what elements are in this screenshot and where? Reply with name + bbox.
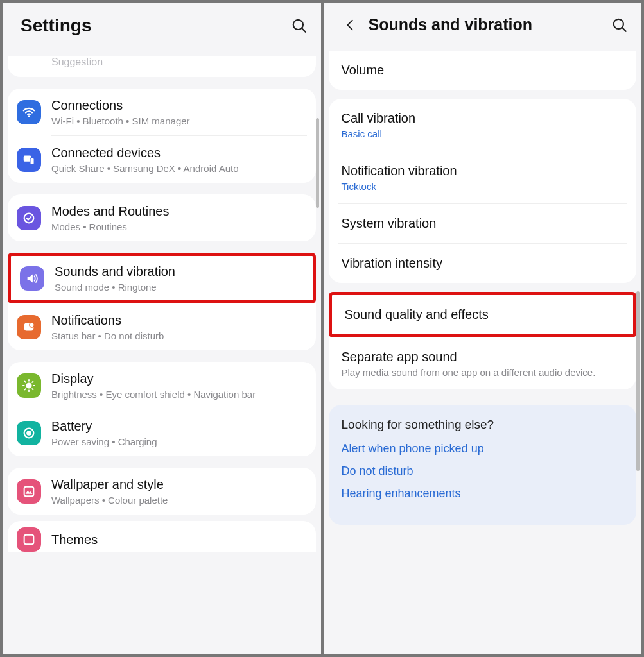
svg-line-22	[622, 27, 626, 31]
modes-icon	[17, 206, 41, 230]
item-volume[interactable]: Volume	[329, 51, 637, 90]
item-title: Battery	[51, 418, 307, 434]
suggestion-label: Suggestion	[51, 56, 316, 68]
svg-point-7	[30, 322, 34, 327]
settings-group-wallpaper: Wallpaper and style Wallpapers • Colour …	[8, 468, 316, 515]
svg-point-2	[28, 115, 30, 117]
sounds-header: Sounds and vibration	[324, 3, 642, 55]
item-title: Volume	[342, 62, 624, 78]
svg-point-18	[27, 431, 31, 435]
settings-group-sounds: Modes and Routines Modes • Routines	[8, 194, 316, 241]
item-title: Separate app sound	[342, 349, 624, 365]
info-link-dnd[interactable]: Do not disturb	[342, 465, 624, 478]
devices-icon	[17, 148, 41, 172]
search-icon[interactable]	[611, 16, 629, 34]
svg-line-15	[25, 389, 26, 389]
item-title: Sound quality and effects	[345, 307, 621, 323]
settings-item-wallpaper[interactable]: Wallpaper and style Wallpapers • Colour …	[8, 468, 316, 515]
settings-item-display[interactable]: Display Brightness • Eye comfort shield …	[8, 362, 316, 409]
item-title: Connections	[51, 98, 307, 114]
svg-line-14	[32, 389, 33, 389]
svg-rect-19	[24, 486, 34, 496]
settings-item-themes[interactable]: Themes	[8, 521, 316, 552]
settings-item-connected-devices[interactable]: Connected devices Quick Share • Samsung …	[8, 136, 316, 183]
item-subtitle: Modes • Routines	[51, 221, 307, 232]
looking-for-card: Looking for something else? Alert when p…	[329, 405, 637, 525]
group-vibration: Call vibration Basic call Notification v…	[329, 99, 637, 283]
info-link-alert[interactable]: Alert when phone picked up	[342, 442, 624, 456]
settings-header: Settings	[3, 3, 321, 56]
settings-item-battery[interactable]: Battery Power saving • Charging	[8, 409, 316, 456]
item-title: Sounds and vibration	[55, 264, 304, 280]
item-title: Wallpaper and style	[51, 477, 307, 493]
info-title: Looking for something else?	[342, 418, 624, 432]
item-title: Display	[51, 371, 307, 387]
item-title: System vibration	[342, 216, 624, 232]
sound-icon	[20, 266, 44, 291]
settings-group-display: Display Brightness • Eye comfort shield …	[8, 362, 316, 456]
svg-rect-20	[24, 535, 34, 545]
item-subtitle: Wi-Fi • Bluetooth • SIM manager	[51, 115, 307, 126]
settings-item-notifications[interactable]: Notifications Status bar • Do not distur…	[8, 303, 316, 350]
item-title: Notification vibration	[342, 163, 624, 179]
item-subtitle: Play media sound from one app on a diffe…	[342, 367, 624, 378]
back-button[interactable]	[342, 16, 360, 34]
item-title: Themes	[51, 532, 307, 548]
item-title: Connected devices	[51, 145, 307, 161]
sun-icon	[17, 373, 41, 398]
sounds-vibration-screen: Sounds and vibration Volume Call vibrati…	[324, 3, 642, 654]
highlight-sounds-vibration: Sounds and vibration Sound mode • Ringto…	[8, 253, 316, 303]
item-title: Modes and Routines	[51, 203, 307, 219]
svg-point-8	[26, 382, 31, 388]
item-call-vibration[interactable]: Call vibration Basic call	[329, 99, 637, 151]
settings-item-modes[interactable]: Modes and Routines Modes • Routines	[8, 194, 316, 241]
settings-item-sounds-vibration[interactable]: Sounds and vibration Sound mode • Ringto…	[11, 256, 313, 300]
themes-icon	[17, 527, 41, 552]
item-system-vibration[interactable]: System vibration	[329, 204, 637, 243]
item-title: Call vibration	[342, 110, 624, 126]
settings-screen: Settings Suggestion Connections Wi-Fi • …	[3, 3, 324, 654]
battery-icon	[17, 421, 41, 445]
item-subtitle: Brightness • Eye comfort shield • Naviga…	[51, 389, 307, 400]
item-sound-quality-effects[interactable]: Sound quality and effects	[332, 295, 634, 334]
page-title: Sounds and vibration	[369, 15, 611, 34]
info-link-hearing[interactable]: Hearing enhancements	[342, 487, 624, 500]
highlight-sound-quality: Sound quality and effects	[329, 292, 637, 337]
item-separate-app-sound[interactable]: Separate app sound Play media sound from…	[329, 337, 637, 389]
item-subtitle: Ticktock	[342, 181, 624, 192]
svg-line-13	[25, 381, 26, 382]
item-title: Vibration intensity	[342, 255, 624, 271]
svg-line-1	[301, 28, 305, 32]
scrollbar-thumb[interactable]	[316, 118, 319, 208]
wifi-icon	[17, 100, 41, 124]
settings-item-connections[interactable]: Connections Wi-Fi • Bluetooth • SIM mana…	[8, 89, 316, 135]
notifications-icon	[17, 315, 41, 339]
item-vibration-intensity[interactable]: Vibration intensity	[329, 244, 637, 283]
item-notification-vibration[interactable]: Notification vibration Ticktock	[329, 151, 637, 203]
item-subtitle: Sound mode • Ringtone	[55, 282, 304, 293]
suggestion-card-stub: Suggestion	[8, 56, 316, 77]
item-subtitle: Basic call	[342, 128, 624, 139]
item-subtitle: Quick Share • Samsung DeX • Android Auto	[51, 163, 307, 174]
item-title: Notifications	[51, 312, 307, 328]
item-subtitle: Status bar • Do not disturb	[51, 330, 307, 341]
item-subtitle: Power saving • Charging	[51, 436, 307, 447]
settings-group-connections: Connections Wi-Fi • Bluetooth • SIM mana…	[8, 89, 316, 183]
svg-line-16	[32, 381, 33, 382]
item-subtitle: Wallpapers • Colour palette	[51, 495, 307, 506]
group-sound-quality-cont: Separate app sound Play media sound from…	[329, 337, 637, 389]
settings-group-sounds-cont: Notifications Status bar • Do not distur…	[8, 303, 316, 350]
group-volume: Volume	[329, 51, 637, 90]
page-title: Settings	[21, 15, 290, 36]
search-icon[interactable]	[290, 17, 308, 35]
scrollbar-thumb[interactable]	[636, 291, 640, 471]
svg-rect-4	[30, 158, 34, 164]
wallpaper-icon	[17, 479, 41, 504]
